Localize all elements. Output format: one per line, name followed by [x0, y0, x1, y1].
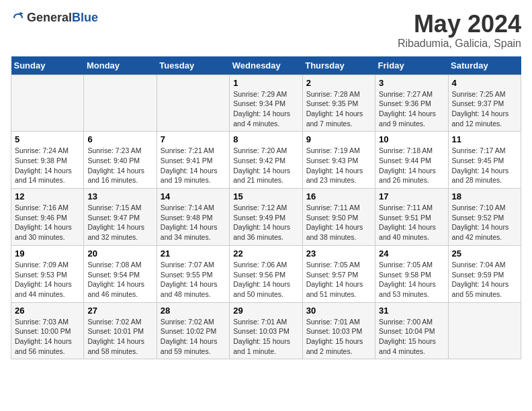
calendar-cell: 15Sunrise: 7:12 AM Sunset: 9:49 PM Dayli… — [230, 189, 302, 246]
logo-general-text: General — [27, 11, 72, 24]
calendar-cell: 14Sunrise: 7:14 AM Sunset: 9:48 PM Dayli… — [157, 189, 229, 246]
day-number: 2 — [306, 78, 371, 88]
calendar-cell: 22Sunrise: 7:06 AM Sunset: 9:56 PM Dayli… — [230, 245, 302, 302]
day-info: Sunrise: 7:28 AM Sunset: 9:35 PM Dayligh… — [306, 89, 371, 129]
day-info: Sunrise: 7:12 AM Sunset: 9:49 PM Dayligh… — [233, 203, 298, 242]
weekday-header-row: SundayMondayTuesdayWednesdayThursdayFrid… — [11, 56, 521, 75]
day-info: Sunrise: 7:01 AM Sunset: 10:03 PM Daylig… — [233, 317, 298, 357]
day-number: 8 — [233, 134, 298, 144]
header: GeneralBlue May 2024 Ribadumia, Galicia,… — [11, 11, 521, 50]
weekday-header-thursday: Thursday — [302, 56, 375, 75]
calendar-header: SundayMondayTuesdayWednesdayThursdayFrid… — [11, 56, 521, 75]
calendar-week-row: 12Sunrise: 7:16 AM Sunset: 9:46 PM Dayli… — [11, 189, 521, 246]
day-info: Sunrise: 7:06 AM Sunset: 9:56 PM Dayligh… — [233, 260, 298, 300]
calendar-cell: 7Sunrise: 7:21 AM Sunset: 9:41 PM Daylig… — [157, 132, 229, 189]
calendar-cell: 26Sunrise: 7:03 AM Sunset: 10:00 PM Dayl… — [11, 302, 84, 359]
logo: GeneralBlue — [11, 11, 98, 25]
calendar-week-row: 5Sunrise: 7:24 AM Sunset: 9:38 PM Daylig… — [11, 132, 521, 189]
day-info: Sunrise: 7:09 AM Sunset: 9:53 PM Dayligh… — [15, 260, 80, 300]
day-number: 3 — [379, 78, 444, 88]
calendar-week-row: 19Sunrise: 7:09 AM Sunset: 9:53 PM Dayli… — [11, 245, 521, 302]
day-number: 31 — [379, 306, 444, 316]
day-number: 28 — [161, 306, 226, 316]
calendar-table: SundayMondayTuesdayWednesdayThursdayFrid… — [11, 56, 521, 360]
day-info: Sunrise: 7:24 AM Sunset: 9:38 PM Dayligh… — [15, 146, 80, 185]
day-info: Sunrise: 7:19 AM Sunset: 9:43 PM Dayligh… — [306, 146, 371, 185]
calendar-cell: 3Sunrise: 7:27 AM Sunset: 9:36 PM Daylig… — [375, 75, 448, 132]
weekday-header-sunday: Sunday — [11, 56, 84, 75]
weekday-header-friday: Friday — [375, 56, 448, 75]
calendar-cell: 30Sunrise: 7:01 AM Sunset: 10:03 PM Dayl… — [302, 302, 375, 359]
calendar-cell — [157, 75, 229, 132]
calendar-cell: 8Sunrise: 7:20 AM Sunset: 9:42 PM Daylig… — [230, 132, 302, 189]
calendar-cell: 2Sunrise: 7:28 AM Sunset: 9:35 PM Daylig… — [302, 75, 375, 132]
day-number: 30 — [306, 306, 371, 316]
calendar-cell — [11, 75, 84, 132]
day-info: Sunrise: 7:02 AM Sunset: 10:01 PM Daylig… — [87, 317, 152, 357]
day-number: 25 — [452, 248, 517, 259]
calendar-cell: 13Sunrise: 7:15 AM Sunset: 9:47 PM Dayli… — [84, 189, 157, 246]
calendar-cell: 19Sunrise: 7:09 AM Sunset: 9:53 PM Dayli… — [11, 245, 84, 302]
day-number: 5 — [15, 134, 80, 144]
day-info: Sunrise: 7:17 AM Sunset: 9:45 PM Dayligh… — [452, 146, 517, 185]
calendar-body: 1Sunrise: 7:29 AM Sunset: 9:34 PM Daylig… — [11, 75, 521, 359]
calendar-cell: 1Sunrise: 7:29 AM Sunset: 9:34 PM Daylig… — [230, 75, 302, 132]
calendar-subtitle: Ribadumia, Galicia, Spain — [398, 38, 521, 50]
day-info: Sunrise: 7:21 AM Sunset: 9:41 PM Dayligh… — [161, 146, 226, 185]
weekday-header-monday: Monday — [84, 56, 157, 75]
calendar-cell: 9Sunrise: 7:19 AM Sunset: 9:43 PM Daylig… — [302, 132, 375, 189]
day-info: Sunrise: 7:15 AM Sunset: 9:47 PM Dayligh… — [87, 203, 152, 242]
calendar-week-row: 26Sunrise: 7:03 AM Sunset: 10:00 PM Dayl… — [11, 302, 521, 359]
calendar-cell: 6Sunrise: 7:23 AM Sunset: 9:40 PM Daylig… — [84, 132, 157, 189]
calendar-cell: 31Sunrise: 7:00 AM Sunset: 10:04 PM Dayl… — [375, 302, 448, 359]
logo-blue-text: Blue — [72, 11, 98, 24]
day-number: 19 — [15, 248, 80, 259]
calendar-cell: 16Sunrise: 7:11 AM Sunset: 9:50 PM Dayli… — [302, 189, 375, 246]
day-info: Sunrise: 7:14 AM Sunset: 9:48 PM Dayligh… — [161, 203, 226, 242]
day-info: Sunrise: 7:08 AM Sunset: 9:54 PM Dayligh… — [87, 260, 152, 300]
calendar-cell: 10Sunrise: 7:18 AM Sunset: 9:44 PM Dayli… — [375, 132, 448, 189]
day-number: 17 — [379, 191, 444, 201]
calendar-cell: 25Sunrise: 7:04 AM Sunset: 9:59 PM Dayli… — [448, 245, 521, 302]
day-number: 9 — [306, 134, 371, 144]
day-info: Sunrise: 7:02 AM Sunset: 10:02 PM Daylig… — [161, 317, 226, 357]
calendar-cell — [448, 302, 521, 359]
day-number: 12 — [15, 191, 80, 201]
day-info: Sunrise: 7:25 AM Sunset: 9:37 PM Dayligh… — [452, 89, 517, 129]
day-number: 10 — [379, 134, 444, 144]
day-info: Sunrise: 7:10 AM Sunset: 9:52 PM Dayligh… — [452, 203, 517, 242]
day-info: Sunrise: 7:27 AM Sunset: 9:36 PM Dayligh… — [379, 89, 444, 129]
day-number: 20 — [87, 248, 152, 259]
day-info: Sunrise: 7:07 AM Sunset: 9:55 PM Dayligh… — [161, 260, 226, 300]
day-info: Sunrise: 7:00 AM Sunset: 10:04 PM Daylig… — [379, 317, 444, 357]
day-number: 6 — [87, 134, 152, 144]
calendar-cell: 12Sunrise: 7:16 AM Sunset: 9:46 PM Dayli… — [11, 189, 84, 246]
calendar-cell: 17Sunrise: 7:11 AM Sunset: 9:51 PM Dayli… — [375, 189, 448, 246]
calendar-cell: 5Sunrise: 7:24 AM Sunset: 9:38 PM Daylig… — [11, 132, 84, 189]
day-info: Sunrise: 7:18 AM Sunset: 9:44 PM Dayligh… — [379, 146, 444, 185]
day-info: Sunrise: 7:11 AM Sunset: 9:50 PM Dayligh… — [306, 203, 371, 242]
calendar-cell: 18Sunrise: 7:10 AM Sunset: 9:52 PM Dayli… — [448, 189, 521, 246]
day-number: 16 — [306, 191, 371, 201]
day-info: Sunrise: 7:29 AM Sunset: 9:34 PM Dayligh… — [233, 89, 298, 129]
day-number: 11 — [452, 134, 517, 144]
day-info: Sunrise: 7:04 AM Sunset: 9:59 PM Dayligh… — [452, 260, 517, 300]
calendar-cell: 4Sunrise: 7:25 AM Sunset: 9:37 PM Daylig… — [448, 75, 521, 132]
calendar-cell: 21Sunrise: 7:07 AM Sunset: 9:55 PM Dayli… — [157, 245, 229, 302]
day-number: 7 — [161, 134, 226, 144]
logo-icon — [11, 11, 24, 25]
calendar-cell: 23Sunrise: 7:05 AM Sunset: 9:57 PM Dayli… — [302, 245, 375, 302]
day-number: 15 — [233, 191, 298, 201]
calendar-week-row: 1Sunrise: 7:29 AM Sunset: 9:34 PM Daylig… — [11, 75, 521, 132]
weekday-header-saturday: Saturday — [448, 56, 521, 75]
weekday-header-wednesday: Wednesday — [230, 56, 302, 75]
day-info: Sunrise: 7:23 AM Sunset: 9:40 PM Dayligh… — [87, 146, 152, 185]
calendar-cell: 27Sunrise: 7:02 AM Sunset: 10:01 PM Dayl… — [84, 302, 157, 359]
day-info: Sunrise: 7:03 AM Sunset: 10:00 PM Daylig… — [15, 317, 80, 357]
day-info: Sunrise: 7:16 AM Sunset: 9:46 PM Dayligh… — [15, 203, 80, 242]
calendar-title: May 2024 — [398, 11, 521, 38]
day-number: 13 — [87, 191, 152, 201]
day-info: Sunrise: 7:05 AM Sunset: 9:58 PM Dayligh… — [379, 260, 444, 300]
day-number: 14 — [161, 191, 226, 201]
day-number: 21 — [161, 248, 226, 259]
